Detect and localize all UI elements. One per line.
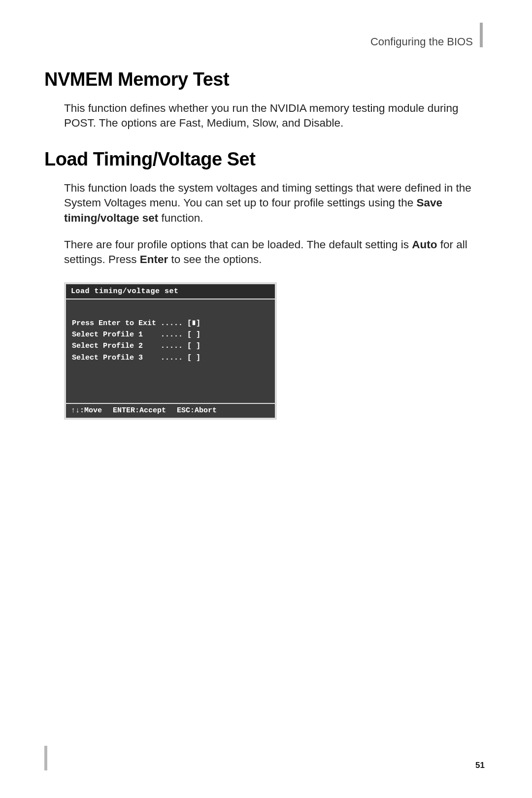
bios-row-exit[interactable]: Press Enter to Exit ..... [∎] bbox=[72, 319, 200, 328]
page-number: 51 bbox=[475, 761, 485, 770]
header-accent-bar bbox=[480, 23, 483, 47]
p1-part-b: function. bbox=[158, 212, 203, 224]
p2-bold-enter: Enter bbox=[140, 253, 168, 266]
bios-hint-accept: ENTER:Accept bbox=[113, 406, 166, 415]
bios-dialog: Load timing/voltage set Press Enter to E… bbox=[64, 282, 277, 420]
heading-nvmem: NVMEM Memory Test bbox=[44, 69, 488, 90]
p2-part-a: There are four profile options that can … bbox=[64, 238, 412, 251]
bios-dialog-body: Press Enter to Exit ..... [∎] Select Pro… bbox=[66, 299, 275, 403]
bios-hint-abort: ESC:Abort bbox=[177, 406, 217, 415]
nvmem-paragraph: This function defines whether you run th… bbox=[64, 101, 483, 131]
header-text: Configuring the BIOS bbox=[370, 35, 473, 48]
bios-dialog-footer: ↑↓:Move ENTER:Accept ESC:Abort bbox=[66, 403, 275, 418]
p2-part-c: to see the options. bbox=[168, 253, 262, 266]
p1-part-a: This function loads the system voltages … bbox=[64, 182, 471, 209]
p2-bold-auto: Auto bbox=[412, 238, 437, 251]
bios-row-profile-3[interactable]: Select Profile 3 ..... [ ] bbox=[72, 354, 200, 362]
page-header: Configuring the BIOS bbox=[44, 30, 488, 54]
bios-row-profile-2[interactable]: Select Profile 2 ..... [ ] bbox=[72, 342, 200, 350]
footer-accent-bar bbox=[44, 746, 47, 770]
load-timing-paragraph-1: This function loads the system voltages … bbox=[64, 181, 483, 226]
bios-row-profile-1[interactable]: Select Profile 1 ..... [ ] bbox=[72, 331, 200, 339]
load-timing-paragraph-2: There are four profile options that can … bbox=[64, 237, 483, 267]
bios-dialog-title: Load timing/voltage set bbox=[66, 284, 275, 299]
bios-hint-move: ↑↓:Move bbox=[71, 406, 102, 415]
heading-load-timing: Load Timing/Voltage Set bbox=[44, 149, 488, 170]
